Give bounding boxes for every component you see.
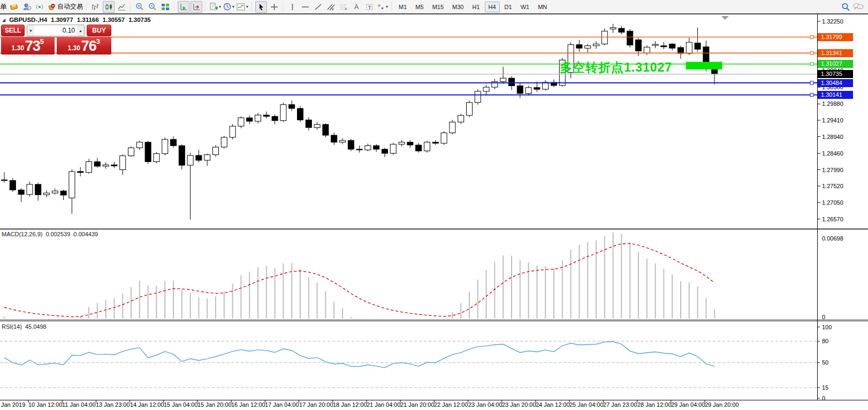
terminal-button[interactable] [21,1,33,13]
chart-window[interactable]: 0.0069801008050150 ◢ GBPUSD-,H4 1.30977 … [0,14,868,410]
horizontal-line-button[interactable] [299,1,311,13]
chat-button[interactable] [852,1,864,13]
channel-button[interactable]: E [325,1,337,13]
dropdown-caret-icon[interactable]: ▾ [386,4,388,9]
zoom-out-button[interactable] [147,1,158,13]
signal-icon [35,3,44,11]
buy-price-main: 1.30 [67,43,80,53]
new-order-button[interactable]: 单 [0,2,7,12]
timeframe-button-h1[interactable]: H1 [468,2,483,12]
sell-price-box[interactable]: 1.30 73 5 [1,37,55,55]
timeframe-button-m15[interactable]: M15 [429,2,447,12]
rsi-label: RSI(14) [2,323,22,330]
cursor-button[interactable] [255,1,267,13]
buy-button[interactable]: BUY [87,25,111,36]
timeframe-button-h4[interactable]: H4 [485,2,500,12]
svg-text:80: 80 [822,338,828,344]
time-axis-label: 17 Jan 20:00 [299,401,333,408]
price-axis-tick: 1.27520 [822,183,843,189]
toolbar: 单 自动交易 ▾ ▾ ▾ E F A T ▾ M1M5M15M30H1H4D1W… [0,0,868,14]
price-axis-tick: 1.28940 [822,134,843,140]
terminal-icon [22,3,32,11]
volume-decrease-button[interactable]: ▼ [27,25,34,36]
signals-button[interactable] [34,1,45,13]
price-axis-tick: 1.32250 [822,18,843,25]
channel-icon: E [326,3,335,11]
chart-canvas[interactable]: 0.0069801008050150 [0,14,868,410]
bar-chart-button[interactable] [90,1,102,13]
timeframe-button-m5[interactable]: M5 [412,2,427,12]
one-click-trading-panel: SELL ▼ ▲ BUY 1.30 73 5 1.30 76 3 [1,25,111,55]
line-chart-button[interactable] [116,1,127,13]
timeframe-button-w1[interactable]: W1 [517,2,534,12]
dropdown-caret-icon[interactable]: ▾ [232,4,234,9]
zoom-out-icon [148,3,157,11]
new-chart-icon [209,3,218,11]
new-chart-button[interactable]: ▾ [209,1,222,13]
time-axis-label: 14 Jan 12:00 [130,401,164,408]
chart-header: ◢ GBPUSD-,H4 1.30977 1.31166 1.30557 1.3… [2,17,151,23]
tile-windows-icon [161,3,170,11]
timeframe-button-m30[interactable]: M30 [448,2,467,12]
price-level-badge[interactable]: 1.31027 [818,60,853,68]
zoom-in-button[interactable] [134,1,146,13]
macd-header: MACD(12,26,9) 0.002539 0.004439 [2,231,98,237]
timeframe-button-mn[interactable]: MN [534,2,551,12]
price-level-badge[interactable]: 1.30141 [818,91,853,99]
time-axis-label: 11 Jan 04:00 [62,401,96,408]
auto-scroll-button[interactable] [178,1,189,13]
metaeditor-button[interactable] [8,1,20,13]
time-axis-label: 13 Jan 23:00 [96,401,130,408]
open-value: 1.30977 [51,17,73,23]
chart-shift-button[interactable] [191,1,202,13]
price-level-badge[interactable]: 1.31799 [818,33,853,41]
svg-text:0.00698: 0.00698 [822,235,843,242]
trendline-icon [314,3,322,11]
buy-price-big: 76 [81,39,96,53]
sell-button[interactable]: SELL [1,25,25,36]
sell-price-big: 73 [25,39,40,53]
time-axis-label: 29 Jan 20:00 [705,401,739,408]
text-button[interactable]: A [351,1,362,13]
timeframe-button-d1[interactable]: D1 [501,2,516,12]
vertical-line-button[interactable] [286,1,298,13]
macd-signal-value: 0.004439 [73,231,98,237]
search-button[interactable] [840,1,851,13]
buy-price-box[interactable]: 1.30 76 3 [57,37,111,55]
template-button[interactable]: ▾ [236,1,249,13]
clock-icon [223,3,231,11]
volume-input[interactable] [34,25,77,36]
dropdown-caret-icon[interactable]: ▾ [246,4,248,9]
fibonacci-button[interactable]: F [338,1,349,13]
toolbar-group-handle [281,2,285,12]
text-label-button[interactable]: T [363,1,375,13]
low-value: 1.30557 [103,17,125,23]
rsi-header: RSI(14) 45.0498 [2,323,47,330]
time-axis-label: 24 Jan 12:00 [536,401,570,408]
line-chart-icon [118,3,126,11]
bar-chart-icon [92,3,100,11]
tile-windows-button[interactable] [159,1,171,13]
template-icon [237,3,245,11]
arrows-button[interactable]: ▾ [376,1,389,13]
price-level-badge[interactable]: 1.31341 [818,49,853,57]
auto-scroll-icon [180,3,188,11]
crosshair-button[interactable] [268,1,280,13]
chat-icon [853,3,864,11]
toolbar-group-handle [85,2,88,12]
period-button[interactable]: ▾ [223,1,235,13]
volume-increase-button[interactable]: ▲ [77,25,84,36]
trendline-button[interactable] [312,1,324,13]
time-axis-edge-label: Jan 2019 [1,401,25,408]
autotrading-button[interactable]: 自动交易 [47,1,83,13]
zoom-in-icon [135,3,144,11]
timeframe-button-m1[interactable]: M1 [395,2,410,12]
toolbar-group-handle [204,2,207,12]
rsi-value: 45.0498 [25,323,47,330]
candlestick-chart-button[interactable] [103,1,115,13]
dropdown-caret-icon[interactable]: ▾ [219,4,221,9]
price-axis-tick: 1.27990 [822,167,843,173]
price-level-badge[interactable]: 1.30484 [818,79,853,87]
toolbar-group-handle [173,2,176,12]
price-axis-tick: 1.29880 [822,100,843,107]
